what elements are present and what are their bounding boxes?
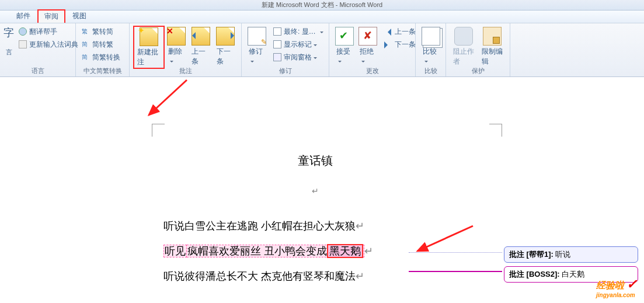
jf-icon: 简 [82,40,90,48]
review-pane-dropdown[interactable]: 审阅窗格 [271,51,326,63]
next-comment-icon [216,27,235,46]
watermark: 经验啦✓ jingyanla.com [596,277,637,298]
block-authors-icon [454,27,473,46]
translate-help-button[interactable]: 翻译帮手 [16,26,81,37]
group-tracking: ✎ 修订 最终: 显… 显示标记 审阅窗格 修订 [242,23,329,76]
fj-icon: 繁 [82,27,90,36]
show-markup-icon [273,40,281,48]
display-mode-dropdown[interactable]: 最终: 显… [271,26,326,37]
ribbon-tabs: 邮件 审阅 视图 [0,11,644,23]
group-language: 字 言 翻译帮手 更新输入法词典 语言 [0,23,76,76]
restrict-edit-button[interactable]: 限制编辑 [478,26,507,68]
next-change-icon [384,40,392,48]
compare-button[interactable]: 比较 [419,26,443,66]
jfzh-icon: 简 [82,53,90,61]
document-area[interactable]: 童话镇 ↵ 听说白雪公主在逃跑 小红帽在担心大灰狼↵ 听见疯帽喜欢爱丽丝 丑小鸭… [0,77,644,303]
compare-icon [422,27,440,46]
margin-corner-tl [152,124,165,137]
jf-button[interactable]: 简 简转繁 [79,39,123,50]
group-label-protect: 保护 [450,67,506,76]
group-compare: 比较 比较 [416,23,446,76]
doc-line-2: 听见疯帽喜欢爱丽丝 丑小鸭会变成黑天鹅↵ [163,239,469,264]
new-comment-icon: ✦ [140,27,158,46]
new-comment-button[interactable]: ✦ 新建批注 [133,26,165,69]
block-authors-button[interactable]: 阻止作者 [450,26,478,68]
doc-title: 童话镇 [152,153,479,169]
delete-comment-button[interactable]: ✕ 删除 [165,26,188,66]
next-change-button[interactable]: 下一条 [382,39,418,50]
review-pane-icon [273,53,281,61]
comment-connector-1 [409,252,502,253]
show-markup-dropdown[interactable]: 显示标记 [271,39,326,50]
page[interactable]: 童话镇 ↵ 听说白雪公主在逃跑 小红帽在担心大灰狼↵ 听见疯帽喜欢爱丽丝 丑小鸭… [152,83,479,303]
tab-mail[interactable]: 邮件 [9,9,37,23]
margin-corner-tr [489,124,502,137]
comment-range-1: 听见 [163,245,187,257]
comment-range-2: 疯帽喜欢爱丽丝 丑小鸭会变成黑天鹅 [187,245,364,257]
reject-button[interactable]: 拒绝 [356,26,380,66]
comment-connector-2 [409,271,502,272]
group-label-comments: 批注 [133,67,238,76]
prev-change-icon [384,27,392,36]
group-label-tracking: 修订 [245,67,325,76]
reject-icon [358,27,377,46]
doc-line-1: 听说白雪公主在逃跑 小红帽在担心大灰狼↵ [163,214,469,239]
doc-body[interactable]: 听说白雪公主在逃跑 小红帽在担心大灰狼↵ 听见疯帽喜欢爱丽丝 丑小鸭会变成黑天鹅… [163,214,469,290]
track-changes-button[interactable]: ✎ 修订 [245,26,269,66]
group-protect: 阻止作者 限制编辑 保护 [446,23,510,76]
accept-icon [335,27,354,46]
window-title: 新建 Microsoft Word 文档 - Microsoft Word [262,1,382,8]
comment-label-2: 批注 [BOSS2]: [509,270,560,278]
delete-comment-icon: ✕ [167,27,186,46]
group-label-language: 语言 [4,67,72,76]
doc-line-3: 听说彼得潘总长不大 杰克他有竖琴和魔法↵ [163,264,469,289]
ime-icon [19,40,27,48]
comment-label-1: 批注 [帮帮1]: [509,250,554,259]
group-changes: 接受 拒绝 上一条 下一条 更改 [329,23,416,76]
accept-button[interactable]: 接受 [333,26,356,66]
group-comments: ✦ 新建批注 ✕ 删除 上一条 下一条 批注 [130,23,242,76]
selected-text: 黑天鹅 [327,244,363,258]
prev-comment-icon [192,27,210,46]
ribbon: 字 言 翻译帮手 更新输入法词典 语言 繁 繁转简 [0,23,644,77]
tab-view[interactable]: 视图 [65,9,93,23]
comment-text-1: 听说 [555,250,570,259]
comment-text-2: 白天鹅 [562,270,584,278]
group-label-cn: 中文简繁转换 [79,67,126,76]
prev-change-button[interactable]: 上一条 [382,26,418,37]
fj-button[interactable]: 繁 繁转简 [79,26,123,37]
comment-balloon-1[interactable]: 批注 [帮帮1]: 听说 [504,246,638,263]
tab-review[interactable]: 审阅 [37,9,65,23]
jfzh-button[interactable]: 简 简繁转换 [79,51,123,63]
track-changes-icon: ✎ [248,27,266,46]
next-comment-button[interactable]: 下一条 [213,26,238,68]
group-label-compare: 比较 [419,67,442,76]
paragraph-mark: ↵ [152,186,479,196]
update-ime-button[interactable]: 更新输入法词典 [16,39,81,50]
prev-comment-button[interactable]: 上一条 [188,26,213,68]
group-cn-convert: 繁 繁转简 简 简转繁 简 简繁转换 中文简繁转换 [76,23,130,76]
restrict-edit-icon [483,27,502,46]
display-mode-icon [273,27,281,36]
group-label-changes: 更改 [333,67,412,76]
window-title-bar: 新建 Microsoft Word 文档 - Microsoft Word [0,0,644,11]
globe-icon [19,27,27,36]
